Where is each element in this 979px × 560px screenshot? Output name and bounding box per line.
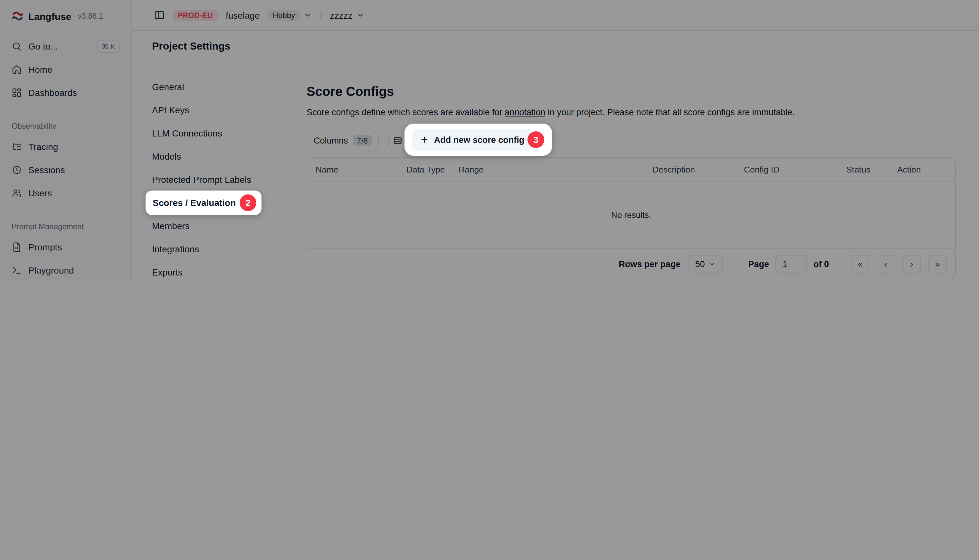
add-score-config-button[interactable]: Add new score config [412, 129, 532, 151]
add-score-config-label: Add new score config [434, 135, 525, 145]
scores-evaluation-label: Scores / Evaluation [153, 198, 236, 208]
app-root: Langfuse v3.86.1 Go to... ⌘ K Ho [0, 0, 979, 280]
tour-step-2-badge: 2 [240, 194, 256, 211]
tour-highlight-scores-evaluation[interactable]: Scores / Evaluation 2 [145, 190, 262, 215]
plus-icon [420, 135, 429, 144]
tour-step-3-badge: 3 [528, 131, 544, 148]
tour-highlight-add-score-config: Add new score config 3 [404, 123, 552, 156]
